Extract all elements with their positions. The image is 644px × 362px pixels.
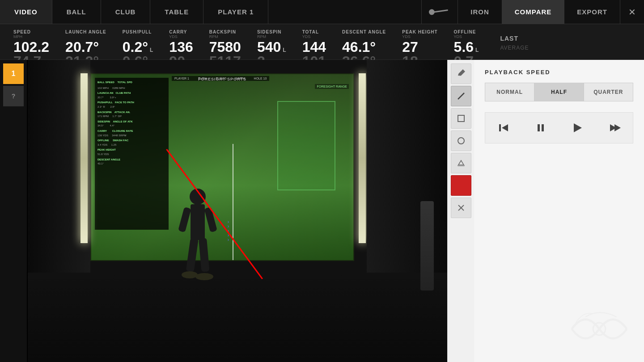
speed-normal[interactable]: NORMAL [485, 83, 534, 101]
green-target [277, 101, 335, 190]
tripod-stand [420, 201, 434, 290]
svg-rect-15 [458, 182, 465, 189]
play-button[interactable] [568, 118, 587, 138]
ball-line [233, 144, 233, 260]
pause-button[interactable] [531, 118, 551, 138]
play-icon [571, 122, 584, 134]
floor-area [28, 273, 447, 362]
svg-rect-21 [542, 124, 544, 131]
line-icon [457, 92, 466, 101]
logo-area [474, 152, 644, 362]
svg-marker-19 [502, 124, 508, 131]
eraser-icon [457, 159, 466, 168]
svg-line-11 [458, 93, 464, 99]
svg-rect-1 [434, 9, 448, 13]
step-forward-icon [608, 122, 621, 134]
last-avg-block: LAST AVERAGE [500, 29, 529, 56]
svg-rect-3 [191, 204, 205, 240]
color-picker[interactable] [451, 175, 471, 196]
screen-stats-overlay: BALL SPEED TOTAL SPD 102 MPH 0289 MPH LA… [95, 78, 169, 230]
playback-title: PLAYBACK SPEED [485, 69, 633, 76]
svg-point-13 [458, 138, 464, 144]
golf-club-icon [429, 6, 450, 18]
svg-rect-20 [538, 124, 540, 131]
svg-marker-22 [574, 123, 582, 132]
nav-video[interactable]: VIDEO [0, 0, 52, 24]
nav-player1[interactable]: PLAYER 1 [203, 0, 268, 24]
nav-export[interactable]: EXPORT [564, 0, 620, 24]
nav-compare[interactable]: COMPARE [502, 0, 564, 24]
skip-back-icon [497, 122, 510, 134]
svg-point-9 [195, 273, 213, 280]
golfer-figure [171, 185, 225, 284]
svg-rect-18 [499, 124, 501, 131]
nav-iron[interactable]: IRON [458, 0, 502, 24]
svg-rect-4 [178, 207, 191, 232]
step-forward-button[interactable] [605, 118, 624, 138]
arrow-markers: ››››› [228, 220, 229, 242]
circle-tool[interactable] [451, 130, 471, 151]
svg-rect-7 [199, 238, 209, 272]
pause-icon [534, 122, 547, 134]
video-panel: 1 ? PLAYER 1 To Pin ELEV 0 0 MP [0, 60, 447, 362]
circle-icon [457, 136, 466, 145]
playback-controls [485, 112, 633, 143]
line-tool[interactable] [451, 86, 471, 106]
video-container: PLAYER 1 To Pin ELEV 0 0 MPH HOLE 10 FOR… [0, 60, 447, 362]
nav-ball[interactable]: BALL [52, 0, 101, 24]
svg-marker-24 [614, 124, 621, 131]
golfer-svg [171, 185, 225, 284]
foresight-brand: FORESIGHT SPORTS [198, 77, 246, 81]
nav-close-button[interactable]: ✕ [620, 0, 644, 24]
eraser-tool[interactable] [451, 153, 471, 173]
speed-buttons: NORMAL HALF QUARTER [485, 83, 633, 101]
stats-row: SPEED MPH 102.2 74.7 LAUNCH ANGLE 20.7° … [0, 24, 644, 60]
clear-tool[interactable] [451, 198, 471, 218]
foresight-logo [564, 307, 635, 353]
skip-back-button[interactable] [494, 118, 513, 138]
playback-section: PLAYBACK SPEED NORMAL HALF QUARTER [474, 60, 644, 152]
tool-panel [447, 60, 474, 362]
svg-point-2 [190, 189, 206, 205]
right-panel: PLAYBACK SPEED NORMAL HALF QUARTER [474, 60, 644, 362]
nav-table[interactable]: TABLE [150, 0, 203, 24]
svg-rect-12 [458, 115, 464, 122]
color-swatch-icon [457, 181, 466, 190]
club-icon-container [421, 0, 458, 24]
main-content: 1 ? PLAYER 1 To Pin ELEV 0 0 MP [0, 60, 644, 362]
nav-club[interactable]: CLUB [101, 0, 151, 24]
rect-icon [457, 114, 466, 123]
light-strip-left [80, 73, 88, 243]
top-nav: VIDEO BALL CLUB TABLE PLAYER 1 IRON COMP… [0, 0, 644, 24]
speed-half[interactable]: HALF [534, 83, 584, 101]
svg-point-0 [429, 9, 435, 15]
nav-spacer [268, 0, 421, 24]
speed-quarter[interactable]: QUARTER [584, 83, 633, 101]
range-label: FORESIGHT RANGE [315, 84, 349, 89]
svg-point-8 [182, 271, 198, 278]
rect-tool[interactable] [451, 108, 471, 129]
svg-rect-6 [186, 238, 199, 272]
svg-rect-5 [204, 207, 217, 232]
pencil-icon [457, 69, 466, 78]
close-icon [457, 203, 466, 212]
pencil-tool[interactable] [451, 63, 471, 84]
light-strip-right [359, 73, 366, 243]
scene-bg: PLAYER 1 To Pin ELEV 0 0 MPH HOLE 10 FOR… [28, 60, 447, 362]
foresight-logo-svg [564, 307, 635, 351]
svg-rect-14 [458, 165, 465, 166]
